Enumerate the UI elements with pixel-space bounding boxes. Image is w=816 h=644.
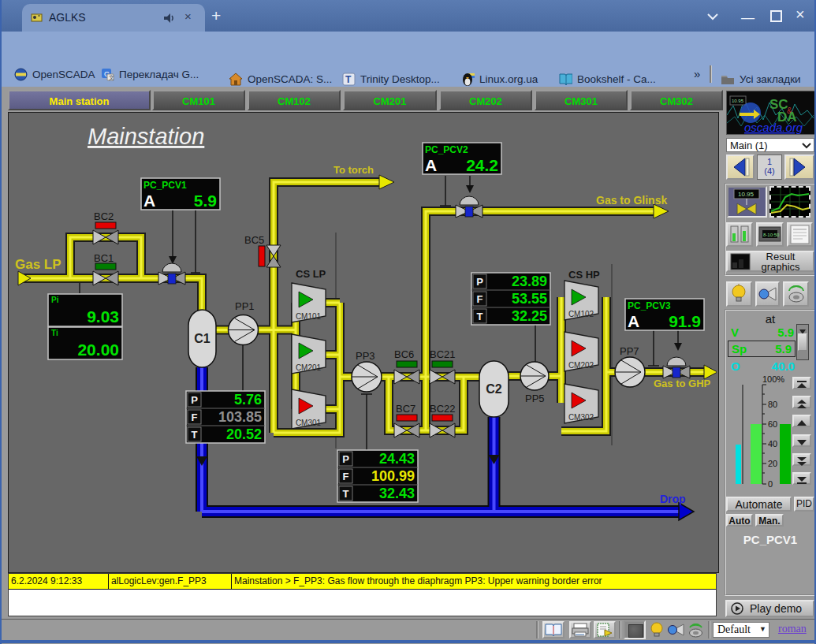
print-icon[interactable] — [569, 621, 591, 638]
tab-audio-icon[interactable] — [162, 13, 175, 24]
play-icon — [731, 602, 743, 615]
output-value: 40.0 — [751, 359, 795, 373]
spin-top-button[interactable] — [792, 377, 811, 389]
display-pft-c1[interactable]: P F T 5.76 103.85 20.52 — [186, 391, 265, 443]
svg-text:20.52: 20.52 — [226, 426, 262, 442]
view-scheme-button[interactable]: 10.95 — [727, 186, 767, 218]
orifice-pp5[interactable] — [520, 362, 549, 390]
spin-bottom-button[interactable] — [792, 472, 811, 485]
bookmarks-overflow-chevron[interactable]: » — [694, 67, 700, 80]
status-lamp-icon[interactable] — [648, 621, 665, 638]
spin-up-button[interactable] — [792, 415, 811, 427]
display-pi[interactable]: Pi 9.03 — [48, 294, 122, 326]
style-select[interactable]: Default ▼ — [713, 622, 769, 638]
compressor-cm101[interactable]: CM101 — [292, 283, 326, 322]
display-pc-pcv2[interactable]: PC_PCV2 A 24.2 — [423, 143, 501, 174]
svg-text:BC2: BC2 — [94, 210, 114, 222]
browser-toolbar: localhost:10002/WebVision/ses_AGLKS/ — [2, 32, 816, 61]
openscada-icon — [14, 68, 28, 81]
vessel-c2[interactable]: C2 — [479, 361, 509, 417]
tab-cm301[interactable]: CM301 — [535, 90, 628, 110]
view-document-button[interactable] — [787, 222, 813, 247]
svg-text:CM202: CM202 — [568, 361, 594, 370]
tab-title: AGLKS — [49, 11, 86, 24]
svg-text:F: F — [192, 411, 198, 423]
control-valve-pcv2[interactable] — [456, 196, 483, 218]
svg-text:A: A — [628, 312, 639, 330]
v-value: 5.9 — [755, 326, 794, 339]
window-titlebar: AGLKS × + — × — [2, 0, 816, 32]
bookmark-translate[interactable]: G文 Перекладач G... — [101, 61, 199, 87]
play-demo-button[interactable]: Play demo — [725, 600, 814, 617]
svg-text:BC22: BC22 — [430, 403, 456, 415]
orifice-pp3[interactable] — [352, 362, 382, 392]
result-graphics-button[interactable]: Result graphics — [726, 251, 814, 272]
tab-cm302[interactable]: CM302 — [630, 90, 723, 110]
window-chevron-icon[interactable] — [706, 12, 720, 21]
display-ti[interactable]: Ti 20.00 — [48, 327, 122, 359]
control-valve-pcv3[interactable] — [663, 357, 690, 378]
label-gas-to-glinsk: Gas to Glinsk — [596, 194, 667, 207]
project-select[interactable]: Main (1) — [726, 138, 814, 152]
compressor-cm302[interactable]: CM302 — [564, 384, 598, 423]
display-pc-pcv1[interactable]: PC_PCV1 A 5.9 — [141, 178, 220, 210]
svg-text:32.25: 32.25 — [512, 308, 547, 324]
v-label: V — [731, 326, 739, 339]
oscada-logo[interactable]: 10.95 SC & DA oscada.org — [726, 91, 816, 135]
display-pc-pcv3[interactable]: PC_PCV3 A 91.9 — [625, 299, 704, 330]
bookmark-openscada[interactable]: OpenSCADA — [14, 61, 95, 87]
window-minimize-button[interactable]: — — [741, 11, 755, 24]
view-graph-button[interactable] — [769, 186, 810, 218]
tab-cm101[interactable]: CM101 — [152, 90, 245, 110]
tab-close-icon[interactable]: × — [184, 9, 192, 23]
view-trend-button[interactable]: 8-10:50 — [756, 222, 784, 247]
pid-button[interactable]: PID — [794, 497, 814, 512]
page-prev-button[interactable] — [726, 154, 755, 180]
spin-up-fast-button[interactable] — [792, 396, 811, 408]
user-link[interactable]: roman — [778, 623, 807, 635]
manual-button[interactable]: Man. — [755, 514, 784, 527]
page-next-button[interactable] — [784, 154, 814, 180]
compressor-cm102[interactable]: CM102 — [564, 281, 598, 320]
compressor-cm201[interactable]: CM201 — [292, 334, 326, 374]
compressor-cm202[interactable]: CM202 — [564, 332, 598, 371]
window-close-button[interactable]: × — [796, 8, 805, 21]
compressor-cm301[interactable]: CM301 — [292, 389, 326, 429]
status-horn-icon[interactable] — [666, 621, 685, 638]
tab-cm102[interactable]: CM102 — [248, 90, 341, 110]
lamp-button[interactable] — [726, 281, 752, 307]
label-gas-to-ghp: Gas to GHP — [654, 378, 711, 389]
doc-book-icon[interactable] — [542, 621, 564, 638]
display-pft-cshp[interactable]: P F T 23.89 53.55 32.25 — [471, 273, 550, 325]
spin-down-fast-button[interactable] — [792, 453, 811, 466]
label-cs-hp: CS HP — [568, 269, 600, 281]
display-pft-pp3[interactable]: P F T 24.43 100.99 32.43 — [337, 450, 418, 502]
tab-cm202[interactable]: CM202 — [439, 90, 532, 110]
automate-button[interactable]: Automate — [726, 497, 792, 512]
trinity-icon: T — [342, 73, 356, 86]
control-valve-pcv1[interactable] — [158, 263, 185, 285]
auto-button[interactable]: Auto — [726, 514, 753, 527]
speaker-button[interactable] — [783, 281, 809, 307]
horn-button[interactable] — [755, 281, 780, 307]
tab-main-station[interactable]: Main station — [8, 90, 151, 110]
view-gauges-button[interactable] — [726, 222, 753, 247]
alarm-row[interactable]: 6.2.2024 9:12:33 alLogicLev:gen.F_PP3 Ma… — [9, 574, 716, 590]
tab-cm201[interactable]: CM201 — [343, 90, 437, 110]
orifice-pp7[interactable] — [615, 357, 645, 387]
new-tab-button[interactable]: + — [211, 6, 221, 25]
setpoint-scrollbar[interactable] — [796, 324, 809, 360]
svg-text:T: T — [477, 311, 483, 322]
label-pp5: PP5 — [525, 393, 545, 404]
status-speaker-icon[interactable] — [686, 621, 705, 638]
export-icon[interactable] — [594, 621, 616, 638]
svg-text:C1: C1 — [194, 332, 211, 345]
shade-button[interactable] — [624, 620, 646, 639]
vessel-c1[interactable]: C1 — [188, 310, 216, 367]
svg-text:10.95: 10.95 — [738, 191, 755, 198]
window-maximize-button[interactable] — [770, 10, 782, 22]
spin-down-button[interactable] — [792, 434, 811, 447]
browser-tab[interactable]: AGLKS × — [22, 4, 205, 32]
orifice-pp1[interactable] — [229, 315, 259, 345]
setpoint-box[interactable]: Sp 5.9 — [728, 341, 796, 357]
